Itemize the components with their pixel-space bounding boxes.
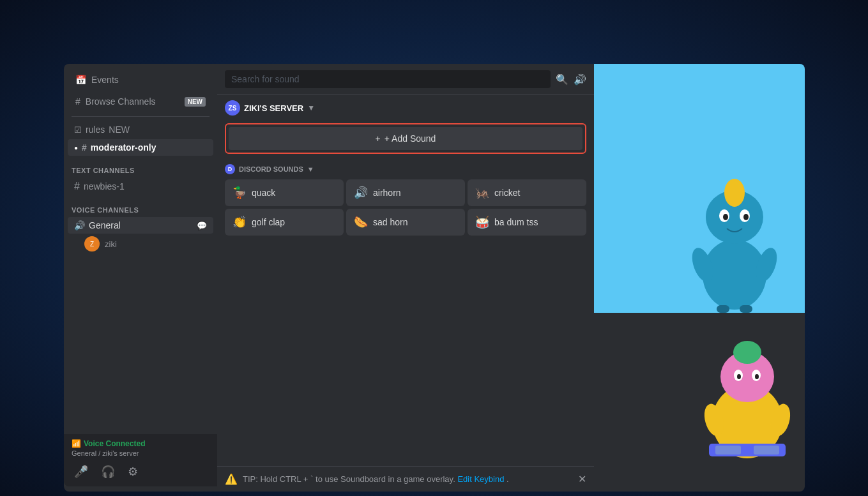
voice-user-ziki[interactable]: Z ziki xyxy=(64,234,217,253)
airhorn-label: airhorn xyxy=(373,188,401,198)
svg-point-17 xyxy=(755,374,759,379)
sound-button-ba-dum-tss[interactable]: 🥁 ba dum tss xyxy=(468,209,586,236)
server-avatar: ZS xyxy=(225,100,240,116)
signal-icon: 📶 xyxy=(72,439,81,448)
volume-button[interactable]: 🔊 xyxy=(574,73,586,86)
status-icons-row: 🎤 🎧 ⚙ xyxy=(72,462,209,481)
voice-channels-header: VOICE CHANNELS xyxy=(64,196,217,216)
voice-connected-section: 📶 Voice Connected General / ziki's serve… xyxy=(72,439,209,457)
mic-button[interactable]: 🎤 xyxy=(72,462,91,481)
add-sound-label: + Add Sound xyxy=(385,133,436,144)
edit-keybind-link[interactable]: Edit Keybind xyxy=(457,474,504,484)
sad-horn-emoji: 🌭 xyxy=(354,215,368,229)
close-tip-button[interactable]: ✕ xyxy=(578,473,586,485)
tip-text: TIP: Hold CTRL + ` to use Soundboard in … xyxy=(243,474,509,484)
golf-clap-emoji: 👏 xyxy=(232,215,247,229)
discord-sounds-label: DISCORD SOUNDS xyxy=(239,165,303,173)
soundboard-search-bar: 🔍 🔊 xyxy=(217,64,594,95)
plus-icon: + xyxy=(376,133,381,144)
sound-button-golf-clap[interactable]: 👏 golf clap xyxy=(225,209,344,236)
status-bar: 📶 Voice Connected General / ziki's serve… xyxy=(64,434,217,486)
svg-point-6 xyxy=(743,214,749,220)
rules-badge: NEW xyxy=(109,124,130,135)
rules-label: rules xyxy=(86,124,105,135)
browse-channels-label: Browse Channels xyxy=(86,96,156,107)
sounds-grid: 🦆 quack 🔊 airhorn 🦗 cricket 👏 golf clap … xyxy=(217,177,594,238)
sidebar-item-moderator-only[interactable]: ● # moderator-only xyxy=(68,139,213,156)
moderator-only-label: moderator-only xyxy=(91,142,156,153)
quack-label: quack xyxy=(252,188,275,198)
tip-bar: ⚠️ TIP: Hold CTRL + ` to use Soundboard … xyxy=(217,466,594,492)
sidebar-item-rules[interactable]: ☑ rules NEW xyxy=(68,121,213,138)
app-container: 📅 Events # Browse Channels NEW ☑ rules N… xyxy=(64,64,805,492)
svg-rect-22 xyxy=(754,446,779,455)
ziki-username: ziki xyxy=(105,239,117,249)
svg-point-5 xyxy=(723,214,728,220)
hash-icon-newbies: # xyxy=(74,181,80,192)
cricket-label: cricket xyxy=(494,188,520,198)
sound-button-cricket[interactable]: 🦗 cricket xyxy=(468,179,586,206)
warning-icon: ⚠️ xyxy=(225,473,238,485)
bullet-icon: ● xyxy=(74,144,78,151)
voice-channel-general[interactable]: 🔊 General 💬 xyxy=(68,217,213,234)
svg-rect-10 xyxy=(740,305,752,313)
headphone-button[interactable]: 🎧 xyxy=(98,462,118,481)
newbies-label: newbies-1 xyxy=(84,181,125,192)
server-chevron-icon: ▼ xyxy=(307,103,315,112)
svg-rect-21 xyxy=(715,446,741,455)
cartoon-character-svg xyxy=(671,147,798,313)
settings-button[interactable]: ⚙ xyxy=(125,462,141,481)
svg-point-2 xyxy=(724,179,745,207)
add-sound-button[interactable]: + + Add Sound xyxy=(229,127,582,150)
voice-connected-sub: General / ziki's server xyxy=(72,449,209,457)
server-name-label: ZIKI'S SERVER xyxy=(244,103,303,113)
soundboard-panel: 🔍 🔊 ZS ZIKI'S SERVER ▼ + + Add Sound D D… xyxy=(217,64,594,492)
golf-clap-label: golf clap xyxy=(252,217,285,227)
discord-sounds-chevron: ▼ xyxy=(307,165,314,173)
discord-sounds-header: D DISCORD SOUNDS ▼ xyxy=(217,159,594,177)
chat-icon: 💬 xyxy=(197,221,207,230)
search-icon-button[interactable]: 🔍 xyxy=(556,73,568,86)
sidebar: 📅 Events # Browse Channels NEW ☑ rules N… xyxy=(64,64,217,492)
hash-icon: # xyxy=(82,142,87,153)
tip-dot: . xyxy=(506,474,509,484)
events-label: Events xyxy=(91,75,119,85)
ba-dum-tss-label: ba dum tss xyxy=(494,217,538,227)
search-input[interactable] xyxy=(225,70,551,88)
svg-point-16 xyxy=(737,374,741,379)
quack-emoji: 🦆 xyxy=(232,186,247,200)
airhorn-emoji: 🔊 xyxy=(354,186,368,200)
text-channels-header: TEXT CHANNELS xyxy=(64,156,217,177)
svg-point-13 xyxy=(733,341,761,364)
sidebar-item-events[interactable]: 📅 Events xyxy=(68,70,213,90)
browse-icon: # xyxy=(75,96,80,107)
server-section: ZS ZIKI'S SERVER ▼ xyxy=(217,95,594,121)
sound-button-quack[interactable]: 🦆 quack xyxy=(225,179,344,206)
sidebar-item-browse-channels[interactable]: # Browse Channels NEW xyxy=(68,91,213,112)
ba-dum-tss-emoji: 🥁 xyxy=(475,215,489,229)
discord-logo-icon: D xyxy=(225,164,235,174)
main-content: 🔍 🔊 ZS ZIKI'S SERVER ▼ + + Add Sound D D… xyxy=(217,64,441,492)
speaker-icon: 🔊 xyxy=(74,220,85,230)
voice-connected-label: 📶 Voice Connected xyxy=(72,439,209,448)
svg-rect-9 xyxy=(717,305,729,313)
calendar-icon: 📅 xyxy=(75,75,86,85)
ziki-avatar: Z xyxy=(84,236,100,252)
general-voice-label: General xyxy=(89,220,121,230)
add-sound-highlighted-box: + + Add Sound xyxy=(225,123,586,154)
browse-channels-badge: NEW xyxy=(185,97,206,107)
rules-icon: ☑ xyxy=(74,125,82,135)
cricket-emoji: 🦗 xyxy=(475,186,489,200)
divider-1 xyxy=(72,116,209,117)
sidebar-item-newbies[interactable]: # newbies-1 xyxy=(68,177,213,195)
sound-button-sad-horn[interactable]: 🌭 sad horn xyxy=(346,209,465,236)
pink-character-svg xyxy=(690,319,805,460)
sad-horn-label: sad horn xyxy=(373,217,407,227)
sound-button-airhorn[interactable]: 🔊 airhorn xyxy=(346,179,465,206)
